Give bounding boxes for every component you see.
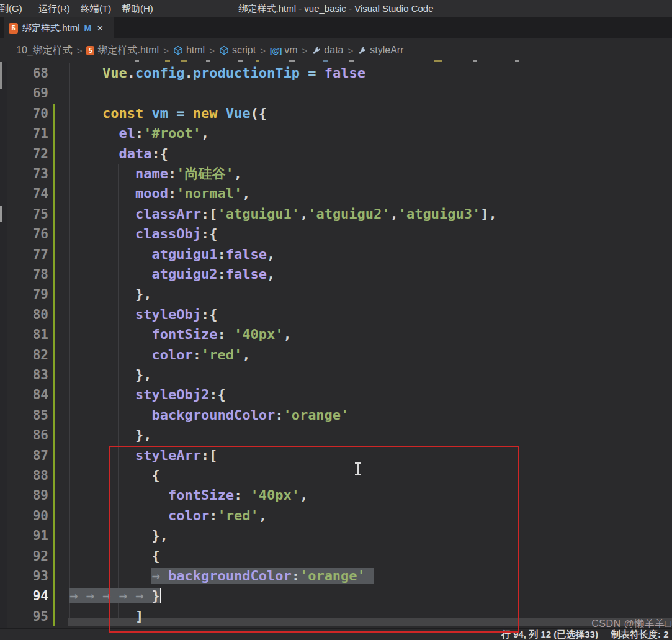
line-number: 84 <box>0 385 48 405</box>
window-title: 绑定样式.html - vue_basic - Visual Studio Co… <box>238 0 433 17</box>
code-text: { <box>69 546 160 566</box>
code-text: data:{ <box>69 144 168 164</box>
line-number: 71 <box>0 124 48 143</box>
code-text: const vm = new Vue({ <box>69 104 267 124</box>
code-text: styleArr:[ <box>69 446 217 466</box>
title-bar: 转到(G)运行(R)终端(T)帮助(H) 绑定样式.html - vue_bas… <box>0 0 672 17</box>
code-text: mood:'normal', <box>69 184 250 204</box>
breadcrumb-item-html[interactable]: html <box>173 45 205 56</box>
breadcrumb-separator: > <box>159 45 173 56</box>
status-bar: 行 94, 列 12 (已选择33) 制表符长度: 2 <box>0 628 672 640</box>
code-text: Vue.config.productionTip = false <box>69 63 365 83</box>
breadcrumb-item-10_-[interactable]: 10_绑定样式 <box>16 44 73 57</box>
code-editor[interactable]: 68 Vue.config.productionTip = false6970 … <box>0 62 672 628</box>
line-number: 82 <box>0 345 48 365</box>
code-text: backgroundColor:'orange' <box>69 405 349 425</box>
code-line-70[interactable]: 70 const vm = new Vue({ <box>0 104 672 124</box>
breadcrumb-item-styleArr[interactable]: styleArr <box>357 45 403 56</box>
line-number: 69 <box>0 83 48 103</box>
breadcrumb-label: data <box>324 45 343 56</box>
line-number: 78 <box>0 264 48 284</box>
html5-file-icon: 5 <box>86 46 94 55</box>
breadcrumb-separator: > <box>343 45 357 56</box>
code-line-82[interactable]: 82 color:'red', <box>0 345 672 366</box>
code-line-80[interactable]: 80 styleObj:{ <box>0 305 672 325</box>
symbol-object-icon: [@] <box>270 46 281 55</box>
line-number: 75 <box>0 204 48 224</box>
code-line-73[interactable]: 73 name:'尚硅谷', <box>0 164 672 184</box>
code-line-94[interactable]: 94→ → → → → } <box>0 586 672 606</box>
code-text: }, <box>69 284 151 304</box>
code-text: styleObj:{ <box>69 305 217 325</box>
breadcrumb-item-script[interactable]: script <box>219 45 256 56</box>
line-number: 85 <box>0 405 48 425</box>
code-line-92[interactable]: 92 { <box>0 546 672 567</box>
code-line-77[interactable]: 77 atguigu1:false, <box>0 245 672 265</box>
breadcrumb-label: script <box>232 45 256 56</box>
code-text: atguigu1:false, <box>69 245 275 264</box>
code-text: el:'#root', <box>69 124 209 143</box>
code-text: fontSize: '40px', <box>69 325 292 345</box>
menu-item[interactable]: 终端(T) <box>81 0 111 17</box>
breadcrumb-label: styleArr <box>370 45 403 56</box>
code-line-69[interactable]: 69 <box>0 83 672 104</box>
code-text: → backgroundColor:'orange' <box>69 566 374 586</box>
breadcrumb-item-data[interactable]: data <box>311 45 343 56</box>
code-text: { <box>69 466 160 485</box>
tab-close-icon[interactable]: × <box>97 23 103 34</box>
horizontal-scrollbar[interactable] <box>68 618 672 626</box>
code-line-84[interactable]: 84 styleObj2:{ <box>0 385 672 405</box>
code-line-78[interactable]: 78 atguigu2:false, <box>0 264 672 285</box>
line-number: 90 <box>0 506 48 526</box>
line-number: 68 <box>0 63 48 83</box>
code-line-86[interactable]: 86 }, <box>0 425 672 446</box>
tab-bar: 5 绑定样式.html M × <box>0 17 672 38</box>
tab-binding-style-html[interactable]: 5 绑定样式.html M × <box>4 17 114 38</box>
line-number: 95 <box>0 606 48 626</box>
code-text: name:'尚硅谷', <box>69 164 242 184</box>
line-number: 94 <box>0 586 48 606</box>
line-number: 91 <box>0 526 48 546</box>
code-text: classObj:{ <box>69 224 217 244</box>
menu-item[interactable]: 运行(R) <box>38 0 70 17</box>
code-line-85[interactable]: 85 backgroundColor:'orange' <box>0 405 672 426</box>
line-number: 74 <box>0 184 48 204</box>
code-line-91[interactable]: 91 }, <box>0 526 672 546</box>
code-text: → → → → → } <box>69 586 161 606</box>
code-text: color:'red', <box>69 506 267 526</box>
code-line-68[interactable]: 68 Vue.config.productionTip = false <box>0 63 672 84</box>
code-line-89[interactable]: 89 fontSize: '40px', <box>0 485 672 506</box>
code-line-71[interactable]: 71 el:'#root', <box>0 124 672 144</box>
tab-filename: 绑定样式.html <box>22 22 80 34</box>
menu-item[interactable]: 转到(G) <box>0 0 22 17</box>
line-number: 70 <box>0 104 48 124</box>
code-line-83[interactable]: 83 }, <box>0 365 672 385</box>
code-line-93[interactable]: 93 → backgroundColor:'orange' <box>0 566 672 587</box>
cropped-panel-scrollbar-artifact <box>0 62 2 89</box>
code-line-88[interactable]: 88 { <box>0 466 672 486</box>
code-line-79[interactable]: 79 }, <box>0 284 672 305</box>
symbol-property-wrench-icon <box>357 46 367 55</box>
csdn-watermark: CSDN @懒羊羊□ <box>591 618 671 631</box>
breadcrumb-item-vm[interactable]: [@]vm <box>270 45 298 56</box>
breadcrumb-separator: > <box>205 45 219 56</box>
breadcrumb-item--html[interactable]: 5绑定样式.html <box>86 44 159 57</box>
code-line-74[interactable]: 74 mood:'normal', <box>0 184 672 204</box>
cropped-panel-scrollbar-artifact <box>0 206 2 222</box>
breadcrumb-label: 10_绑定样式 <box>16 44 73 57</box>
line-number: 80 <box>0 305 48 325</box>
code-line-87[interactable]: 87 styleArr:[ <box>0 446 672 466</box>
breadcrumb: 10_绑定样式>5绑定样式.html>html>script>[@]vm>dat… <box>0 38 672 62</box>
code-line-72[interactable]: 72 data:{ <box>0 144 672 165</box>
code-line-75[interactable]: 75 classArr:['atguigu1','atguigu2','atgu… <box>0 204 672 225</box>
status-cursor-position[interactable]: 行 94, 列 12 (已选择33) <box>501 629 598 640</box>
code-text: }, <box>69 526 168 546</box>
code-line-76[interactable]: 76 classObj:{ <box>0 224 672 245</box>
breadcrumb-separator: > <box>73 45 87 56</box>
code-line-90[interactable]: 90 color:'red', <box>0 506 672 526</box>
line-number: 79 <box>0 284 48 304</box>
menu-item[interactable]: 帮助(H) <box>122 0 153 17</box>
code-line-81[interactable]: 81 fontSize: '40px', <box>0 325 672 345</box>
code-text: styleObj2:{ <box>69 385 226 405</box>
line-number: 76 <box>0 224 48 244</box>
